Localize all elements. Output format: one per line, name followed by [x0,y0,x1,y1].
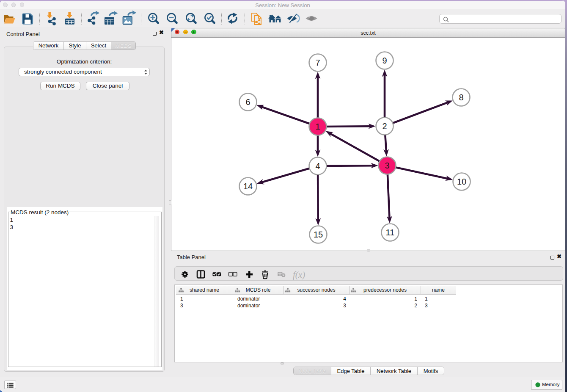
svg-text:15: 15 [314,230,323,239]
svg-text:10: 10 [457,177,466,186]
svg-text:6: 6 [245,97,250,107]
svg-text:2: 2 [382,121,387,131]
svg-text:14: 14 [243,182,253,191]
svg-text:4: 4 [315,161,320,171]
svg-text:1: 1 [315,122,320,131]
svg-text:3: 3 [385,161,389,170]
svg-text:7: 7 [315,58,320,67]
svg-text:8: 8 [459,93,463,102]
svg-text:11: 11 [386,228,395,237]
svg-text:9: 9 [382,56,387,65]
svg-text:f(x): f(x) [293,270,305,280]
